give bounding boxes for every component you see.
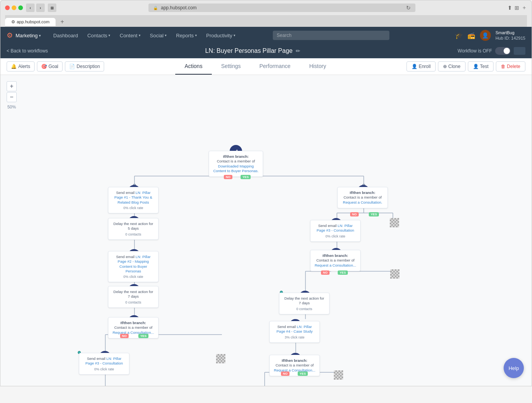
goal-icon: 🎯 [41,64,47,69]
delete-button[interactable]: 🗑 Delete [496,61,525,72]
email3-node[interactable]: Send email LN: Pillar Page #3 - Consulta… [79,353,129,375]
goal-button[interactable]: 🎯 Goal [37,61,63,72]
edit-icon[interactable]: ✏ [296,48,300,54]
refresh-button[interactable]: ↻ [406,5,411,11]
browser-chrome: ‹ › ⊞ 🔒 app.hubspot.com ↻ ⬆ ⊞ ＋ ⚙ app.hu… [0,0,532,27]
tab-settings[interactable]: Settings [212,58,250,75]
user-info: SmartBug Hub ID: 142915 [495,30,525,41]
end-marker-3 [390,269,399,279]
nav-item-productivity[interactable]: Productivity ▾ [202,27,240,44]
back-button[interactable]: ‹ [26,3,35,12]
toggle-knob [504,48,510,54]
reports-chevron: ▾ [195,33,197,37]
minimize-button[interactable] [12,5,16,10]
workflow-status-text: Workflow is OFF [458,48,492,54]
help-button[interactable]: Help [504,358,524,378]
alerts-button[interactable]: 🔔 Alerts [7,61,35,72]
trash-icon: 🗑 [501,64,506,69]
yes-label-1: YES [241,175,251,179]
yes-label-4: YES [338,270,348,275]
notifications-icon[interactable]: 📻 [467,32,475,39]
branch1-node[interactable]: If/then branch:Contact is a member of Do… [209,151,263,177]
workflow-toggle: Workflow is OFF [458,47,525,55]
zoom-controls: + − 50% [7,81,17,109]
zoom-out-button[interactable]: − [7,92,17,102]
enroll-icon: 👤 [412,64,417,69]
branch-right1-node[interactable]: If/then branch:Contact is a member of Re… [337,187,388,208]
delay2-node[interactable]: Delay the next action for 7 days 0 conta… [108,286,159,308]
new-tab-button[interactable]: ⊞ [515,4,519,11]
delay1-node[interactable]: Delay the next action for 5 days 0 conta… [108,218,159,240]
end-marker-2 [390,218,399,227]
branch-right3-node[interactable]: If/then branch:Contact is a member of Re… [269,355,320,376]
yes-label-5: YES [298,372,308,376]
canvas-area[interactable]: + − 50% [0,75,532,386]
tabs-bar: 🔔 Alerts 🎯 Goal 📄 Description Actions Se… [0,58,532,75]
end-marker-1 [216,354,225,363]
description-button[interactable]: 📄 Description [65,61,104,72]
workflow-title-text: LN: Buyer Personas Pillar Page [205,47,293,54]
email-right1-node[interactable]: Send email LN: Pillar Page #3 - Consulta… [310,220,361,242]
email1-node[interactable]: Send email LN: Pillar Page #1 - Thank Yo… [108,187,159,213]
share-button[interactable]: ⬆ [508,4,512,11]
back-link[interactable]: < Back to workflows [7,48,48,54]
branch-right2-node[interactable]: If/then branch:Contact is a member of Re… [310,250,361,271]
new-tab-button2[interactable]: + [57,17,67,27]
yes-label-3: YES [369,212,379,216]
search-input[interactable] [273,31,389,40]
social-chevron: ▾ [165,33,167,37]
no-label-3: NO [350,212,359,216]
sub-nav: < Back to workflows LN: Buyer Personas P… [0,44,532,58]
workflow-title: LN: Buyer Personas Pillar Page ✏ [51,47,454,54]
traffic-lights [5,5,23,10]
no-label-2: NO [120,334,129,338]
forward-button[interactable]: › [36,3,45,12]
tabs: Actions Settings Performance History [104,58,406,75]
nav-brand[interactable]: ⚙ Marketing ▾ [7,31,41,40]
nav-right: 🎓 📻 👤 SmartBug Hub ID: 142915 [455,30,525,41]
nav-item-content[interactable]: Content ▾ [115,27,145,44]
tab-label: app.hubspot.com [17,19,49,24]
test-button[interactable]: 👤 Test [468,61,494,72]
close-button[interactable] [5,5,10,10]
workflow-view-toggle[interactable] [514,47,525,55]
app-wrapper: ⚙ Marketing ▾ Dashboard Contacts ▾ Conte… [0,27,532,386]
yes-label-2: YES [138,334,148,338]
zoom-in-button[interactable]: + [7,81,17,91]
hub-id: Hub ID: 142915 [495,35,525,41]
help-label: Help [509,365,519,371]
avatar[interactable]: 👤 [480,30,491,41]
tab-performance[interactable]: Performance [250,58,300,75]
nav-item-social[interactable]: Social ▾ [145,27,171,44]
alert-icon: 🔔 [11,64,17,69]
branch2-node[interactable]: If/then branch:Contact is a member of Re… [108,317,159,338]
tab-actions[interactable]: Actions [175,58,212,75]
maximize-button[interactable] [18,5,23,10]
brand-label: Marketing [16,33,38,38]
nav-item-dashboard[interactable]: Dashboard [49,27,83,44]
url-display: app.hubspot.com [161,5,197,10]
browser-tab[interactable]: ⚙ app.hubspot.com [5,18,56,26]
no-label-1: NO [224,175,232,179]
end-marker-4 [334,370,343,380]
branch1-label: If/then branch:Contact is a member of Do… [213,154,259,173]
delay-right1-node[interactable]: Delay the next action for 7 days 0 conta… [279,293,330,314]
add-button[interactable]: ＋ [522,4,527,11]
workflow-toggle-switch[interactable] [495,47,511,55]
nav-item-contacts[interactable]: Contacts ▾ [83,27,115,44]
no-label-5: NO [281,372,290,376]
hubspot-logo: ⚙ [7,31,13,40]
nav-item-reports[interactable]: Reports ▾ [171,27,202,44]
connector-lines [0,75,532,386]
email-right2-node[interactable]: Send email LN: Pillar Page #4 - Case Stu… [269,321,320,343]
sidebar-toggle-button[interactable]: ⊞ [48,3,56,12]
user-name: SmartBug [495,30,525,35]
description-icon: 📄 [69,64,75,69]
enroll-button[interactable]: 👤 Enroll [406,61,436,72]
email2-node[interactable]: Send email LN: Pillar Page #2 - Mapping … [108,251,159,282]
nav-search[interactable] [273,31,389,40]
action-btns-left: 🔔 Alerts 🎯 Goal 📄 Description [7,58,104,75]
tab-history[interactable]: History [300,58,336,75]
academy-icon[interactable]: 🎓 [455,32,463,39]
clone-button[interactable]: ⊕ Clone [438,61,466,72]
